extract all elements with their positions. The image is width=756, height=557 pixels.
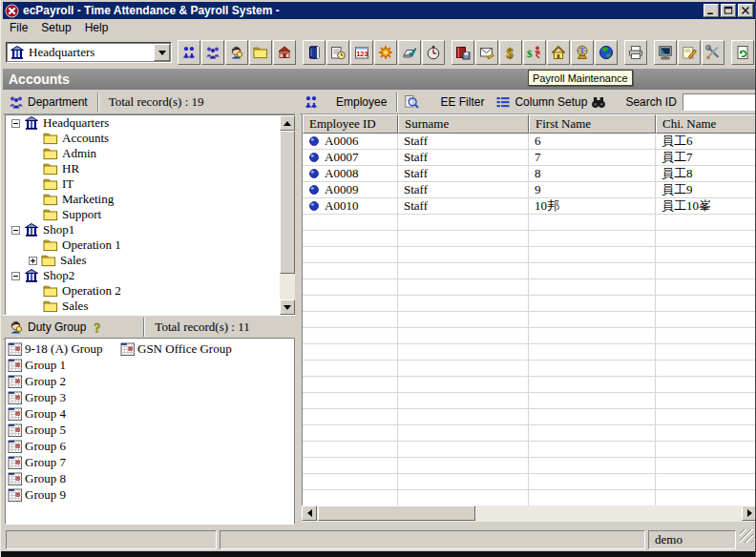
folder-open-button[interactable] xyxy=(249,40,272,65)
user-button[interactable] xyxy=(225,40,248,65)
globe-button[interactable] xyxy=(571,40,594,65)
home-button[interactable] xyxy=(547,40,570,65)
column-header-employee-id[interactable]: Employee ID xyxy=(303,114,398,134)
collapse-icon[interactable] xyxy=(11,272,20,280)
tree-item-sales[interactable]: Sales xyxy=(6,299,280,314)
tree-item-headquarters[interactable]: Headquarters xyxy=(6,115,280,131)
mail-button[interactable] xyxy=(475,40,498,65)
table-row-empty xyxy=(303,328,756,344)
minimize-button[interactable] xyxy=(704,4,719,17)
table-row-a0006[interactable]: A0006Staff6員工6 xyxy=(303,134,756,150)
resize-grip[interactable] xyxy=(740,529,753,543)
tree-item-shop1[interactable]: Shop1 xyxy=(6,222,280,237)
table-row-a0008[interactable]: A0008Staff8員工8 xyxy=(303,166,756,182)
duty-group-item[interactable]: Group 9 xyxy=(8,486,66,503)
cell-text: 9 xyxy=(535,182,541,197)
tree-item-marketing[interactable]: Marketing xyxy=(6,192,280,207)
building-icon xyxy=(24,222,39,237)
cell-text: Staff xyxy=(404,150,428,165)
ee-filter-icon[interactable] xyxy=(404,94,419,110)
duty-group-item[interactable]: Group 3 xyxy=(8,389,66,405)
duty-group-item-label: Group 6 xyxy=(25,439,66,454)
tree-item-hr[interactable]: HR xyxy=(6,161,280,176)
tree-item-accounts[interactable]: Accounts xyxy=(6,131,280,146)
process-button[interactable] xyxy=(374,40,397,65)
table-row-a0007[interactable]: A0007Staff7員工7 xyxy=(303,150,756,166)
monitor-button[interactable] xyxy=(654,40,677,65)
company-button[interactable] xyxy=(273,40,296,65)
scroll-right-button[interactable] xyxy=(742,505,756,521)
combobox-dropdown-button[interactable] xyxy=(154,44,170,61)
tree-item-it[interactable]: IT xyxy=(6,176,280,192)
department-combobox[interactable]: Headquarters xyxy=(6,42,172,63)
duty-group-item[interactable]: Group 1 xyxy=(8,357,66,373)
duty-group-row: Group 5 xyxy=(6,422,294,438)
stopwatch-button[interactable] xyxy=(422,40,445,65)
duty-group-item[interactable]: 9-18 (A) Group xyxy=(8,340,103,357)
printer-button[interactable] xyxy=(624,40,647,65)
tree-item-admin[interactable]: Admin xyxy=(6,146,280,161)
column-setup-icon[interactable] xyxy=(495,94,511,110)
duty-group-item[interactable]: Group 5 xyxy=(8,422,66,438)
scroll-down-button[interactable] xyxy=(280,299,295,315)
duty-group-item[interactable]: Group 8 xyxy=(8,470,66,486)
search-id-input[interactable] xyxy=(682,93,755,111)
table-horizontal-scrollbar[interactable] xyxy=(302,505,756,522)
toolbar-group-2: 123 xyxy=(303,40,446,65)
document-refresh-button[interactable] xyxy=(731,40,754,65)
search-binoculars-icon[interactable] xyxy=(591,94,606,110)
tree-item-shop2[interactable]: Shop2 xyxy=(6,268,280,283)
duty-group-item[interactable]: GSN Office Group xyxy=(120,340,232,357)
column-header-chi-name[interactable]: Chi. Name xyxy=(656,114,756,134)
cell-text: A0006 xyxy=(325,134,358,149)
menu-file[interactable]: File xyxy=(3,19,34,36)
memo-pencil-button[interactable] xyxy=(678,40,701,65)
cell xyxy=(398,409,529,425)
folder-icon xyxy=(43,176,58,192)
notebook-button[interactable] xyxy=(303,40,326,65)
column-header-surname[interactable]: Surname xyxy=(398,114,529,134)
svg-text:123: 123 xyxy=(356,50,368,58)
table-row-a0009[interactable]: A0009Staff9員工9 xyxy=(303,182,756,198)
menu-help[interactable]: Help xyxy=(78,19,116,36)
book-save-button[interactable] xyxy=(452,40,474,65)
tree-item-operation-2[interactable]: Operation 2 xyxy=(6,283,280,299)
contact-log-button[interactable] xyxy=(326,40,349,65)
tree-item-sales[interactable]: Sales xyxy=(6,253,280,268)
tree-item-support[interactable]: Support xyxy=(6,207,280,222)
duty-group-item[interactable]: Group 6 xyxy=(8,438,66,454)
svg-text:$: $ xyxy=(507,46,514,61)
ee-filter-button[interactable]: EE Filter xyxy=(436,95,488,109)
tree-item-operation-1[interactable]: Operation 1 xyxy=(6,237,280,253)
scroll-thumb[interactable] xyxy=(280,131,295,274)
calendar-numbers-button[interactable]: 123 xyxy=(350,40,373,65)
payroll-dollar-button[interactable]: $ xyxy=(499,40,522,65)
help-question-icon[interactable]: ? xyxy=(90,320,105,335)
tree-vertical-scrollbar[interactable] xyxy=(280,115,295,315)
menu-setup[interactable]: Setup xyxy=(34,19,77,36)
scroll-thumb[interactable] xyxy=(318,505,475,521)
maximize-button[interactable] xyxy=(721,4,736,17)
column-setup-button[interactable]: Column Setup xyxy=(511,95,591,109)
collapse-icon[interactable] xyxy=(11,226,20,235)
departments-button[interactable] xyxy=(201,40,224,65)
table-row-empty xyxy=(303,442,756,458)
expense-runner-button[interactable]: $ xyxy=(523,40,546,65)
tools-button[interactable] xyxy=(702,40,724,65)
close-button[interactable] xyxy=(738,4,753,17)
collapse-icon[interactable] xyxy=(11,119,20,128)
employee-panel-label: Employee xyxy=(332,95,390,109)
scroll-up-button[interactable] xyxy=(280,115,295,131)
duty-group-item[interactable]: Group 4 xyxy=(8,405,66,422)
eraser-check-button[interactable] xyxy=(398,40,421,65)
employees-button[interactable] xyxy=(178,40,200,65)
duty-group-item[interactable]: Group 7 xyxy=(8,454,66,470)
scroll-left-button[interactable] xyxy=(302,505,317,521)
duty-group-item[interactable]: Group 2 xyxy=(8,373,66,389)
world-button[interactable] xyxy=(595,40,618,65)
table-row-a0010[interactable]: A0010Staff10邦員工10峯 xyxy=(303,198,756,215)
duty-calendar-icon xyxy=(8,487,23,503)
column-header-first-name[interactable]: First Name xyxy=(529,114,656,134)
expand-icon[interactable] xyxy=(29,257,37,265)
cell-text: 員工10峯 xyxy=(662,198,711,215)
